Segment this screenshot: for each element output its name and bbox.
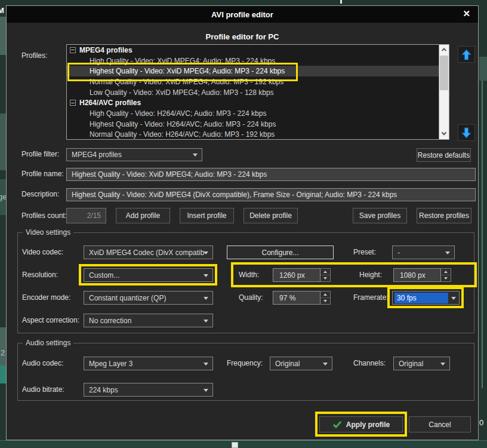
aspect-correction-label: Aspect correction: <box>22 316 79 324</box>
video-settings-group: Video settings Video codec: XviD MPEG4 C… <box>17 232 474 333</box>
profile-row[interactable]: Normal Quality - Video: H264/AVC; Audio:… <box>67 130 439 140</box>
chevron-down-icon <box>204 320 208 323</box>
background-divider <box>482 57 483 388</box>
profile-group-label: H264/AVC profiles <box>79 99 141 107</box>
chevron-down-icon <box>323 363 328 366</box>
encoder-mode-value: Constant quantizer (QP) <box>89 294 166 302</box>
background-text-fragment: 2 <box>1 348 5 357</box>
profile-row[interactable]: Highest Quality - Video: H264/AVC; Audio… <box>67 119 439 130</box>
profile-group-row[interactable]: MPEG4 profiles <box>67 45 439 56</box>
collapse-icon[interactable] <box>70 47 76 53</box>
move-down-button[interactable] <box>458 124 475 141</box>
height-stepper[interactable]: 1080 px <box>393 268 451 282</box>
channels-dropdown[interactable]: Original <box>393 357 450 370</box>
chevron-down-icon <box>440 363 445 366</box>
profile-filter-label: Profile filter: <box>21 150 59 158</box>
video-codec-dropdown[interactable]: XviD MPEG4 Codec (DivX compatib <box>84 246 213 259</box>
scrollbar-up-icon[interactable] <box>439 45 449 54</box>
profile-row-selected[interactable]: Highest Quality - Video: XviD MPEG4; Aud… <box>67 66 439 76</box>
chevron-down-icon <box>451 297 456 300</box>
restore-profiles-button[interactable]: Restore profiles <box>417 208 471 223</box>
collapse-icon[interactable] <box>70 100 76 106</box>
preset-dropdown[interactable]: - <box>392 246 455 259</box>
audio-codec-dropdown[interactable]: Mpeg Layer 3 <box>84 357 213 370</box>
audio-bitrate-dropdown[interactable]: 224 kbps <box>84 383 213 397</box>
apply-profile-label: Apply profile <box>346 421 390 429</box>
chevron-down-icon <box>204 274 208 277</box>
channels-label: Channels: <box>353 359 386 367</box>
profiles-label: Profiles: <box>21 51 47 60</box>
chevron-down-icon <box>193 154 198 157</box>
frequency-label: Frequency: <box>227 359 263 367</box>
description-input[interactable]: Highest Quality - Video: XviD MPEG4 (Div… <box>66 188 476 201</box>
profile-filter-dropdown[interactable]: MPEG4 profiles <box>66 148 202 161</box>
apply-profile-button[interactable]: Apply profile <box>319 416 403 432</box>
width-value[interactable]: 1260 px <box>273 268 320 282</box>
add-profile-button[interactable]: Add profile <box>116 208 170 223</box>
scrollbar-thumb[interactable] <box>440 56 448 90</box>
width-stepper[interactable]: 1260 px <box>273 268 331 282</box>
save-profiles-button[interactable]: Save profiles <box>353 208 407 223</box>
delete-profile-button[interactable]: Delete profile <box>244 208 298 223</box>
audio-codec-label: Audio codec: <box>22 359 63 367</box>
background-block <box>479 57 487 81</box>
arrow-up-icon <box>461 49 471 60</box>
profile-group-row[interactable]: H264/AVC profiles <box>67 97 439 108</box>
chevron-down-icon <box>204 297 208 300</box>
profile-row[interactable]: Low Quality - Video: XviD MPEG4; Audio: … <box>67 87 439 98</box>
spinner-down-icon[interactable] <box>320 297 330 304</box>
profile-group-label: MPEG4 profiles <box>79 46 132 54</box>
aspect-correction-dropdown[interactable]: No correction <box>84 314 213 327</box>
profile-name-input[interactable]: Highest Quality - Video: XviD MPEG4; Aud… <box>66 168 476 181</box>
frequency-dropdown[interactable]: Original <box>270 357 332 370</box>
move-up-button[interactable] <box>458 46 475 63</box>
quality-label: Quality: <box>239 293 263 302</box>
preset-label: Preset: <box>353 248 376 256</box>
quality-stepper[interactable]: 97 % <box>273 291 331 305</box>
audio-codec-value: Mpeg Layer 3 <box>89 360 132 368</box>
resolution-label: Resolution: <box>22 271 58 279</box>
framerate-value-selected: 30 fps <box>394 293 448 303</box>
background-bottom-panel <box>0 440 487 448</box>
restore-defaults-button[interactable]: Restore defaults <box>417 148 471 162</box>
encoder-mode-dropdown[interactable]: Constant quantizer (QP) <box>84 291 213 305</box>
height-value[interactable]: 1080 px <box>393 268 441 282</box>
profile-row-label: High Quality - Video: H264/AVC; Audio: M… <box>90 109 266 118</box>
spinner-down-icon[interactable] <box>441 275 451 281</box>
spinner-up-icon[interactable] <box>320 291 330 297</box>
insert-profile-button[interactable]: Insert profile <box>180 208 234 223</box>
framerate-dropdown[interactable]: 30 fps <box>392 291 460 305</box>
profiles-list: MPEG4 profiles High Quality - Video: Xvi… <box>66 44 449 140</box>
resolution-dropdown[interactable]: Custom... <box>84 268 213 282</box>
profile-row[interactable]: Normal Quality - Video: XviD MPEG4; Audi… <box>67 76 439 87</box>
spinner-down-icon[interactable] <box>320 275 330 281</box>
profile-row-label: Highest Quality - Video: H264/AVC; Audio… <box>90 120 276 128</box>
scrollbar[interactable] <box>439 45 449 139</box>
spinner-up-icon[interactable] <box>441 269 451 275</box>
width-label: Width: <box>239 271 259 279</box>
audio-bitrate-label: Audio bitrate: <box>22 385 64 394</box>
profiles-list-rows: MPEG4 profiles High Quality - Video: Xvi… <box>67 45 439 139</box>
page-title: Profile editor for PC <box>7 32 478 41</box>
chevron-down-icon <box>445 251 450 254</box>
title-bar: AVI profile editor ✕ <box>7 6 478 23</box>
background-tick <box>340 0 342 4</box>
spinner-up-icon[interactable] <box>320 269 330 275</box>
arrow-down-icon <box>461 127 471 139</box>
close-icon[interactable]: ✕ <box>463 9 470 18</box>
profile-row[interactable]: High Quality - Video: H264/AVC; Audio: M… <box>67 108 439 119</box>
configure-button[interactable]: Configure... <box>227 246 334 259</box>
framerate-label: Framerate: <box>353 293 389 302</box>
avi-profile-editor-dialog: AVI profile editor ✕ Profile editor for … <box>6 5 479 440</box>
profile-row[interactable]: High Quality - Video: XviD MPEG4; Audio:… <box>67 56 439 66</box>
resolution-value: Custom... <box>89 271 119 280</box>
background-text-fragment: M <box>0 6 4 15</box>
quality-value[interactable]: 97 % <box>273 291 320 305</box>
video-codec-label: Video codec: <box>22 248 63 256</box>
height-label: Height: <box>359 271 382 279</box>
scrollbar-down-icon[interactable] <box>439 130 449 139</box>
profile-row-label: Normal Quality - Video: XviD MPEG4; Audi… <box>90 78 283 86</box>
encoder-mode-label: Encoder mode: <box>22 293 70 302</box>
cancel-button[interactable]: Cancel <box>409 416 471 432</box>
document-icon <box>232 442 238 448</box>
